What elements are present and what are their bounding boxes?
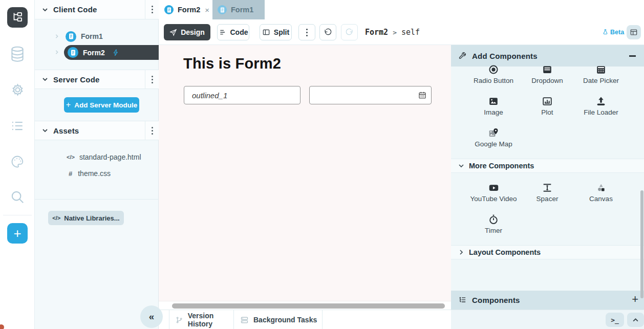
code-lines-icon (219, 28, 227, 36)
section-title: Client Code (53, 5, 97, 14)
spacer-icon (542, 182, 553, 193)
more-components-row[interactable]: More Components (451, 159, 644, 173)
assets-list: </> standard-page.html # theme.css (35, 140, 159, 200)
search-icon (10, 189, 25, 205)
section-client-code[interactable]: Client Code (35, 0, 159, 19)
timer-icon (488, 214, 499, 225)
breadcrumb-self[interactable]: self (401, 28, 420, 37)
canvas-heading[interactable]: This is Form2 (183, 55, 281, 72)
component-item-canvas[interactable]: Canvas (575, 182, 627, 203)
tree-item-form2-selected[interactable]: Form2 (64, 45, 159, 60)
component-item-radio-button[interactable]: Radio Button (468, 64, 519, 84)
add-component-plus-icon[interactable]: + (632, 293, 638, 306)
plus-icon: + (13, 226, 21, 242)
component-item-plot[interactable]: Plot (522, 96, 573, 116)
undo-button[interactable] (319, 24, 336, 40)
split-view-button[interactable]: Split (260, 24, 292, 40)
breadcrumb: Form2 > self (365, 19, 420, 45)
component-item-file-loader[interactable]: File Loader (575, 96, 627, 116)
app-structure-button[interactable] (7, 7, 28, 28)
collapse-minus-icon[interactable] (629, 55, 636, 57)
component-item-timer[interactable]: Timer (468, 214, 519, 234)
horizontal-scrollbar[interactable] (172, 303, 445, 309)
database-button[interactable] (0, 45, 35, 63)
section-server-code[interactable]: Server Code (35, 70, 159, 89)
editor-tab-bar: Form2 × Form1 (159, 0, 644, 19)
section-title: Assets (53, 126, 79, 135)
section-assets[interactable]: Assets (35, 121, 159, 140)
server-code-menu-button[interactable] (145, 70, 159, 89)
console-button[interactable]: >_ (606, 313, 624, 327)
form-icon (68, 47, 78, 58)
left-icon-rail: + (0, 0, 35, 329)
git-branch-icon (176, 316, 183, 324)
component-item-google-map[interactable]: Google Map (468, 127, 519, 148)
list-icon (10, 119, 25, 133)
tree-item-form1[interactable]: Form1 (54, 30, 103, 43)
add-more-button[interactable]: + (7, 223, 28, 244)
component-item-dropdown[interactable]: Dropdown (522, 64, 573, 84)
chevron-up-icon (632, 317, 639, 323)
console-icon: >_ (611, 316, 619, 324)
bottom-bar: Version History Background Tasks >_ (159, 310, 644, 329)
background-tasks-tab[interactable]: Background Tasks (234, 310, 323, 329)
tab-form2[interactable]: Form2 × (159, 0, 212, 19)
collapse-sidebar-button[interactable]: « (140, 305, 163, 328)
send-icon (169, 29, 177, 36)
more-options-button[interactable] (298, 24, 315, 40)
palette-icon (10, 155, 25, 169)
expand-panel-button[interactable] (627, 313, 644, 327)
canvas-icon (595, 182, 607, 193)
add-server-module-button[interactable]: + Add Server Module (64, 97, 139, 113)
dropdown-icon (542, 64, 553, 75)
outline-list-button[interactable] (0, 119, 35, 133)
file-tree-sidebar: Client Code Form1 Form2 Server Code + Ad (35, 0, 159, 329)
version-history-tab[interactable]: Version History (169, 310, 234, 329)
theme-button[interactable] (0, 155, 35, 169)
components-tree-header[interactable]: Components + (451, 291, 644, 310)
breadcrumb-separator: > (393, 29, 397, 36)
chevron-down-icon (42, 127, 48, 134)
datepicker-field[interactable] (309, 86, 432, 104)
form-icon (164, 5, 174, 14)
chevron-down-icon (458, 163, 464, 169)
plot-icon (542, 96, 553, 107)
layout-components-row[interactable]: Layout Components (451, 245, 644, 259)
form-icon (218, 5, 227, 14)
vertical-scrollbar[interactable] (640, 190, 643, 298)
code-view-button[interactable]: Code (217, 24, 249, 40)
tab-form1[interactable]: Form1 (212, 0, 265, 19)
google-map-icon (488, 127, 499, 139)
component-item-spacer[interactable]: Spacer (522, 182, 573, 203)
chevron-right-icon (54, 50, 59, 55)
breadcrumb-form[interactable]: Form2 (365, 28, 388, 37)
assets-menu-button[interactable] (145, 121, 159, 140)
component-item-date-picker[interactable]: Date Picker (575, 64, 627, 84)
chevron-down-icon (42, 7, 48, 13)
textbox-outlined-1[interactable] (184, 86, 300, 104)
corner-notification-dot (0, 324, 4, 329)
asset-item-css[interactable]: # theme.css (35, 167, 159, 180)
app-tree-icon (11, 11, 24, 24)
design-canvas[interactable]: This is Form2 (159, 45, 451, 310)
close-tab-icon[interactable]: × (205, 6, 209, 14)
window-layout-icon (630, 28, 638, 36)
search-button[interactable] (0, 189, 35, 205)
view-toolbar: Design Code Split Form2 > self Beta (159, 19, 644, 45)
component-item-youtube-video[interactable]: YouTube Video (468, 182, 519, 203)
layout-toggle-button[interactable] (627, 25, 641, 39)
asset-item-html[interactable]: </> standard-page.html (35, 151, 159, 163)
database-icon (10, 45, 25, 63)
redo-icon (345, 28, 354, 37)
chevron-right-icon (458, 249, 464, 255)
code-tag-icon: </> (52, 215, 60, 221)
settings-button[interactable] (0, 82, 35, 98)
beta-badge: Beta (602, 19, 624, 45)
file-loader-icon (595, 96, 607, 107)
client-code-menu-button[interactable] (145, 0, 159, 19)
native-libraries-button[interactable]: </> Native Libraries... (48, 211, 124, 225)
add-components-header[interactable]: Add Components (451, 45, 644, 67)
redo-button-disabled[interactable] (341, 24, 358, 40)
design-view-button[interactable]: Design (164, 24, 210, 40)
component-item-image[interactable]: Image (468, 96, 519, 116)
